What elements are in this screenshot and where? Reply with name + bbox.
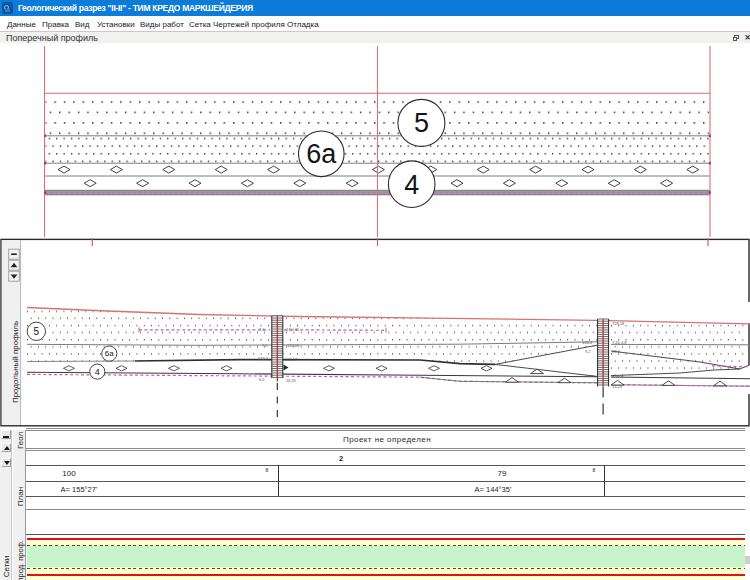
svg-text:13.23: 13.23: [612, 384, 623, 389]
svg-text:23.4: 23.4: [612, 349, 621, 354]
svg-text:4: 4: [95, 367, 100, 377]
svg-text:7.4: 7.4: [259, 327, 265, 332]
svg-text:132.06: 132.06: [287, 343, 300, 348]
svg-text:17.0 11: 17.0 11: [286, 327, 300, 332]
svg-text:5: 5: [414, 108, 429, 138]
svg-text:7.20 4.8: 7.20 4.8: [612, 340, 627, 345]
svg-text:16.35: 16.35: [286, 378, 297, 383]
svg-text:6а: 6а: [306, 139, 337, 169]
svg-text:5: 5: [34, 326, 40, 337]
svg-text:9.2: 9.2: [585, 349, 591, 354]
svg-text:132.4: 132.4: [258, 356, 269, 361]
svg-text:6а: 6а: [105, 349, 114, 358]
svg-text:4.15 8: 4.15 8: [612, 374, 624, 379]
svg-text:Продольный профиль: Продольный профиль: [11, 321, 20, 403]
svg-text:728.18: 728.18: [612, 321, 625, 326]
svg-text:130.17: 130.17: [285, 357, 298, 362]
svg-text:134.4: 134.4: [582, 340, 593, 345]
svg-text:7.5: 7.5: [262, 343, 268, 348]
svg-text:6.5: 6.5: [259, 377, 265, 382]
svg-text:4: 4: [404, 170, 419, 200]
